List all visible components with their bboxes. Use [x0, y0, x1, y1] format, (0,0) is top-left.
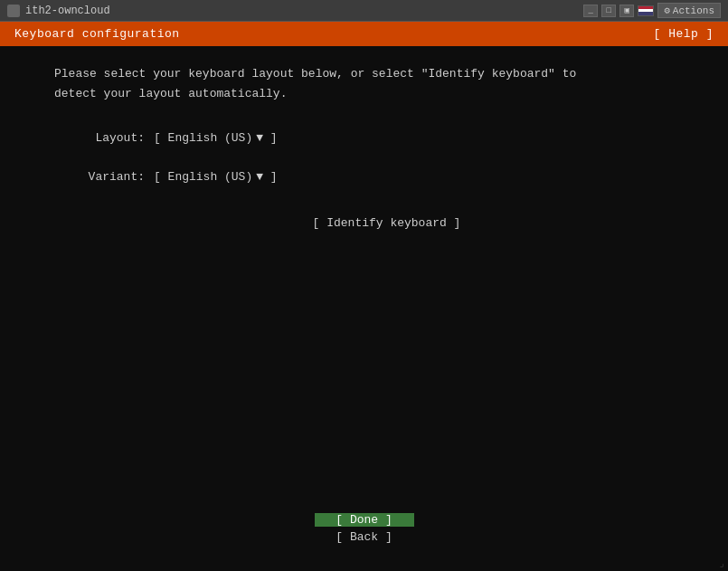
done-button[interactable]: [ Done ] — [315, 513, 414, 527]
app-icon — [7, 5, 20, 17]
layout-arrow: ▼ ] — [256, 129, 277, 148]
resize-handle[interactable]: ⌟ — [719, 558, 724, 569]
identify-keyboard-button[interactable]: [ Identify keyboard ] — [313, 214, 461, 233]
back-button[interactable]: [ Back ] — [315, 530, 414, 544]
intro-text: Please select your keyboard layout below… — [54, 64, 674, 104]
intro-line2: detect your layout automatically. — [54, 84, 674, 104]
titlebar-left: ith2-owncloud — [7, 5, 110, 17]
layout-row: Layout: [ English (US) ▼ ] — [54, 129, 674, 148]
variant-label: Variant: — [54, 168, 145, 187]
window-title: ith2-owncloud — [25, 5, 110, 17]
variant-arrow: ▼ ] — [256, 168, 277, 187]
titlebar: ith2-owncloud _ □ ▣ ⚙ Actions — [0, 0, 728, 22]
bottom-buttons: [ Done ] [ Back ] — [0, 513, 728, 571]
actions-button[interactable]: ⚙ Actions — [657, 3, 721, 18]
variant-row: Variant: [ English (US) ▼ ] — [54, 168, 674, 187]
help-button[interactable]: [ Help ] — [654, 27, 714, 41]
terminal-area: Keyboard configuration [ Help ] Please s… — [0, 22, 728, 571]
maximize-button[interactable]: □ — [601, 5, 616, 17]
variant-dropdown[interactable]: [ English (US) ▼ ] — [154, 168, 278, 187]
header-title: Keyboard configuration — [14, 27, 180, 41]
layout-value: [ English (US) — [154, 129, 252, 148]
titlebar-right: _ □ ▣ ⚙ Actions — [583, 3, 721, 18]
flag-icon — [638, 5, 654, 16]
minimize-button[interactable]: _ — [583, 5, 598, 17]
layout-label: Layout: — [54, 129, 145, 148]
layout-dropdown[interactable]: [ English (US) ▼ ] — [154, 129, 278, 148]
actions-label: Actions — [673, 5, 714, 16]
restore-button[interactable]: ▣ — [619, 5, 634, 17]
header-bar: Keyboard configuration [ Help ] — [0, 22, 728, 46]
identify-keyboard-area: [ Identify keyboard ] — [0, 207, 674, 233]
intro-line1: Please select your keyboard layout below… — [54, 64, 674, 84]
content-area: Please select your keyboard layout below… — [0, 46, 728, 513]
variant-value: [ English (US) — [154, 168, 252, 187]
